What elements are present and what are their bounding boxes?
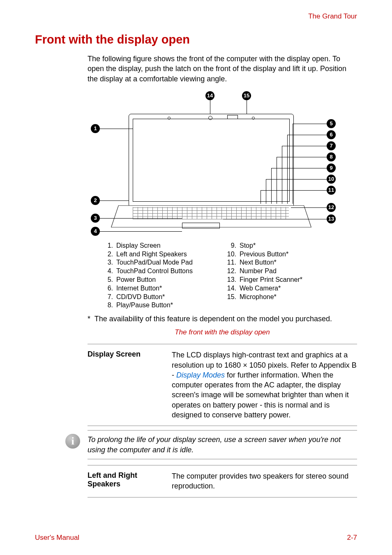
leader-line xyxy=(271,168,327,168)
sensor-dot xyxy=(168,117,171,120)
callout-badge-4: 4 xyxy=(91,227,100,236)
def-term: Display Screen xyxy=(88,350,172,420)
legend-text: Left and Right Speakers xyxy=(116,250,187,259)
footer-right: 2-7 xyxy=(347,534,357,542)
footnote-text: The availability of this feature is depe… xyxy=(95,315,332,323)
legend-text: Finger Print Scanner* xyxy=(240,276,302,284)
note-text: To prolong the life of your display scre… xyxy=(88,435,357,455)
leader-line xyxy=(293,124,327,124)
note-block: i To prolong the life of your display sc… xyxy=(88,430,357,459)
leader-line xyxy=(261,190,327,191)
legend-num: 3. xyxy=(101,258,116,267)
diagram: 14 15 1 2 3 4 5 6 7 8 xyxy=(88,91,357,239)
callout-badge-15: 15 xyxy=(242,91,251,100)
header-chapter: The Grand Tour xyxy=(35,12,357,21)
definition-table-1: Display Screen The LCD displays high-con… xyxy=(88,344,357,426)
leader-line xyxy=(287,135,288,204)
legend-text: Previous Button* xyxy=(240,250,288,259)
definition-table-2: Left and Right Speakers The computer pro… xyxy=(88,465,357,497)
legend-num: 10. xyxy=(225,250,240,259)
callout-badge-7: 7 xyxy=(327,141,336,150)
leader-line xyxy=(287,135,327,135)
legend-text: TouchPad Control Buttons xyxy=(116,267,193,276)
def-term: Left and Right Speakers xyxy=(88,471,172,491)
leader-line xyxy=(100,231,182,232)
legend-num: 13. xyxy=(225,276,240,284)
footnote-marker: * xyxy=(88,315,90,323)
legend-num: 2. xyxy=(101,250,116,259)
mic-rect xyxy=(227,115,238,119)
callout-badge-11: 11 xyxy=(327,186,336,195)
legend-num: 15. xyxy=(225,293,240,302)
legend-text: Web Camera* xyxy=(240,284,281,293)
callout-badge-2: 2 xyxy=(91,196,100,205)
leader-line xyxy=(223,219,327,219)
legend-num: 14. xyxy=(225,284,240,293)
legend-text: Next Button* xyxy=(240,258,277,267)
legend-text: CD/DVD Button* xyxy=(116,293,165,302)
leader-line xyxy=(100,218,182,219)
legend-column-2: 9.Stop* 10.Previous Button* 11.Next Butt… xyxy=(225,242,357,310)
callout-badge-1: 1 xyxy=(91,124,100,133)
info-icon: i xyxy=(65,434,80,449)
legend-num: 8. xyxy=(101,301,116,310)
callout-badge-10: 10 xyxy=(327,175,336,184)
footnote: * The availability of this feature is de… xyxy=(88,315,357,323)
leader-line xyxy=(210,100,210,114)
leader-line xyxy=(282,146,282,204)
page-footer: User's Manual 2-7 xyxy=(35,534,357,542)
legend-text: Power Button xyxy=(116,276,156,284)
section-title: Front with the display open xyxy=(35,33,357,46)
callout-badge-14: 14 xyxy=(205,91,214,100)
leader-line xyxy=(247,100,247,114)
def-desc: The computer provides two speakers for s… xyxy=(172,471,357,491)
legend-num: 4. xyxy=(101,267,116,276)
leader-line xyxy=(271,168,272,204)
leader-line xyxy=(100,200,129,201)
legend: 1.Display Screen 2.Left and Right Speake… xyxy=(101,242,357,310)
link-display-modes[interactable]: Display Modes xyxy=(176,371,225,379)
legend-text: Display Screen xyxy=(116,242,161,250)
footer-left: User's Manual xyxy=(35,534,79,542)
legend-text: Play/Pause Button* xyxy=(116,301,173,310)
leader-line xyxy=(100,129,133,129)
leader-line xyxy=(277,157,327,157)
leader-line xyxy=(266,179,327,180)
legend-text: Number Pad xyxy=(240,267,277,276)
legend-text: TouchPad/Dual Mode Pad xyxy=(116,258,193,267)
leader-line xyxy=(266,179,266,204)
intro-paragraph: The following figure shows the front of … xyxy=(88,54,357,84)
legend-num: 12. xyxy=(225,267,240,276)
legend-num: 5. xyxy=(101,276,116,284)
leader-line xyxy=(277,157,277,204)
figure-caption: The front with the display open xyxy=(88,328,357,336)
legend-column-1: 1.Display Screen 2.Left and Right Speake… xyxy=(101,242,225,310)
keyboard-outline xyxy=(133,207,289,219)
callout-badge-13: 13 xyxy=(327,214,336,223)
touchpad-outline xyxy=(182,223,220,228)
info-icon-glyph: i xyxy=(65,434,80,449)
callout-badge-12: 12 xyxy=(327,203,336,212)
callout-badge-5: 5 xyxy=(327,119,336,128)
leader-line xyxy=(261,190,261,204)
leader-line xyxy=(291,207,327,208)
webcam-dot xyxy=(208,116,212,120)
sensor-dot xyxy=(252,117,255,120)
callout-badge-8: 8 xyxy=(327,152,336,161)
legend-text: Internet Button* xyxy=(116,284,162,293)
legend-num: 1. xyxy=(101,242,116,250)
legend-num: 7. xyxy=(101,293,116,302)
legend-num: 9. xyxy=(225,242,240,250)
def-desc: The LCD displays high-contrast text and … xyxy=(172,350,357,420)
legend-num: 11. xyxy=(225,258,240,267)
legend-text: Stop* xyxy=(240,242,256,250)
leader-line xyxy=(282,146,327,146)
legend-text: Microphone* xyxy=(240,293,277,302)
leader-line xyxy=(293,124,293,204)
callout-badge-9: 9 xyxy=(327,164,336,173)
legend-num: 6. xyxy=(101,284,116,293)
callout-badge-6: 6 xyxy=(327,130,336,139)
callout-badge-3: 3 xyxy=(91,214,100,223)
